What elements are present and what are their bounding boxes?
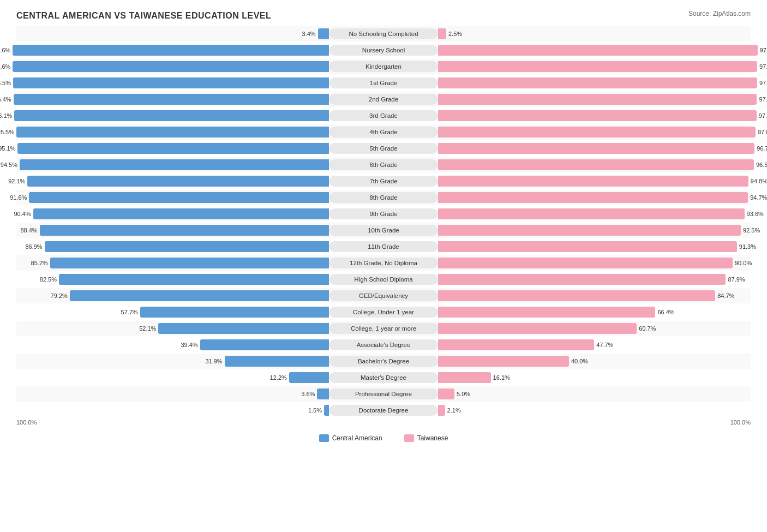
right-section: 96.7% bbox=[438, 141, 751, 156]
right-section: 94.7% bbox=[438, 190, 751, 205]
bar-left bbox=[50, 258, 329, 268]
center-label: 3rd Grade bbox=[329, 110, 438, 121]
bar-right bbox=[438, 28, 446, 39]
left-section: 95.5% bbox=[16, 124, 329, 140]
val-right: 97.6% bbox=[760, 47, 767, 53]
val-right: 5.0% bbox=[457, 391, 470, 397]
table-row: 85.2%12th Grade, No Diploma90.0% bbox=[16, 255, 751, 271]
val-left: 12.2% bbox=[270, 374, 287, 381]
val-left: 79.2% bbox=[51, 292, 68, 299]
center-label: High School Diploma bbox=[329, 274, 438, 285]
bar-left bbox=[200, 339, 329, 350]
right-section: 84.7% bbox=[438, 288, 751, 303]
center-label: 6th Grade bbox=[329, 159, 438, 170]
left-section: 96.4% bbox=[16, 92, 329, 107]
val-left: 3.6% bbox=[301, 391, 315, 397]
bar-right bbox=[438, 94, 757, 105]
bar-left bbox=[27, 176, 329, 187]
left-section: 96.1% bbox=[16, 108, 329, 123]
right-section: 92.5% bbox=[438, 223, 751, 238]
left-section: 52.1% bbox=[16, 321, 329, 336]
legend-box-right bbox=[404, 434, 414, 442]
left-section: 96.6% bbox=[16, 43, 329, 58]
table-row: 95.1%5th Grade96.7% bbox=[16, 141, 751, 156]
center-label: Professional Degree bbox=[329, 388, 438, 399]
val-left: 88.4% bbox=[20, 227, 37, 234]
bar-left bbox=[33, 208, 329, 219]
center-label: 2nd Grade bbox=[329, 94, 438, 105]
center-label: Bachelor's Degree bbox=[329, 356, 438, 367]
center-label: 8th Grade bbox=[329, 192, 438, 203]
val-left: 96.4% bbox=[0, 96, 11, 103]
bar-left bbox=[289, 372, 329, 383]
left-section: 39.4% bbox=[16, 337, 329, 352]
chart-container: CENTRAL AMERICAN VS TAIWANESE EDUCATION … bbox=[0, 0, 767, 532]
bar-right bbox=[438, 77, 757, 88]
right-section: 87.9% bbox=[438, 272, 751, 287]
bar-left bbox=[158, 323, 329, 334]
bar-right bbox=[438, 45, 758, 56]
val-left: 1.5% bbox=[308, 407, 322, 414]
center-label: No Schooling Completed bbox=[329, 28, 438, 39]
center-label: 1st Grade bbox=[329, 77, 438, 88]
val-right: 47.7% bbox=[596, 342, 613, 348]
left-section: 85.2% bbox=[16, 255, 329, 271]
val-left: 96.5% bbox=[0, 80, 11, 86]
right-section: 94.8% bbox=[438, 174, 751, 189]
center-label: 10th Grade bbox=[329, 225, 438, 236]
val-left: 57.7% bbox=[121, 309, 138, 315]
left-section: 90.4% bbox=[16, 206, 329, 222]
bar-right bbox=[438, 176, 748, 187]
val-right: 97.5% bbox=[759, 63, 767, 70]
val-right: 97.3% bbox=[759, 112, 767, 119]
val-right: 2.5% bbox=[448, 31, 462, 37]
right-section: 91.3% bbox=[438, 239, 751, 254]
bar-left bbox=[14, 94, 329, 105]
left-section: 92.1% bbox=[16, 174, 329, 189]
axis-left: 100.0% bbox=[16, 419, 331, 426]
legend-item-left: Central American bbox=[319, 434, 382, 442]
right-section: 60.7% bbox=[438, 321, 751, 336]
left-section: 31.9% bbox=[16, 354, 329, 369]
left-section: 91.6% bbox=[16, 190, 329, 205]
bar-right bbox=[438, 323, 637, 334]
right-section: 16.1% bbox=[438, 370, 751, 385]
center-label: GED/Equivalency bbox=[329, 290, 438, 301]
val-right: 97.0% bbox=[758, 129, 767, 135]
center-label: 11th Grade bbox=[329, 241, 438, 252]
val-right: 90.0% bbox=[735, 260, 752, 266]
table-row: 82.5%High School Diploma87.9% bbox=[16, 272, 751, 287]
right-section: 96.5% bbox=[438, 157, 751, 172]
val-left: 96.6% bbox=[0, 47, 10, 53]
bar-left bbox=[14, 110, 329, 121]
center-label: 12th Grade, No Diploma bbox=[329, 258, 438, 268]
val-right: 91.3% bbox=[739, 243, 756, 250]
table-row: 90.4%9th Grade93.6% bbox=[16, 206, 751, 222]
val-right: 87.9% bbox=[728, 276, 745, 283]
bar-right bbox=[438, 225, 741, 236]
center-label: College, 1 year or more bbox=[329, 323, 438, 334]
left-section: 96.5% bbox=[16, 75, 329, 91]
left-section: 57.7% bbox=[16, 304, 329, 320]
axis-right: 100.0% bbox=[436, 419, 751, 426]
val-right: 94.8% bbox=[751, 178, 767, 184]
bar-left bbox=[20, 159, 329, 170]
table-row: 92.1%7th Grade94.8% bbox=[16, 174, 751, 189]
val-right: 94.7% bbox=[750, 194, 767, 201]
bar-right bbox=[438, 258, 733, 268]
val-right: 96.7% bbox=[757, 145, 767, 152]
val-right: 60.7% bbox=[639, 325, 656, 332]
val-right: 96.5% bbox=[756, 162, 767, 168]
bar-left bbox=[13, 61, 329, 72]
left-section: 3.4% bbox=[16, 26, 329, 41]
val-right: 97.5% bbox=[759, 80, 767, 86]
bar-right bbox=[438, 405, 445, 416]
bar-right bbox=[438, 127, 756, 138]
table-row: 96.6%Nursery School97.6% bbox=[16, 43, 751, 58]
left-section: 86.9% bbox=[16, 239, 329, 254]
center-label: Master's Degree bbox=[329, 372, 438, 383]
val-left: 96.1% bbox=[0, 112, 12, 119]
bar-right bbox=[438, 143, 754, 154]
chart-area: 3.4%No Schooling Completed2.5%96.6%Nurse… bbox=[16, 26, 751, 442]
left-section: 3.6% bbox=[16, 386, 329, 402]
